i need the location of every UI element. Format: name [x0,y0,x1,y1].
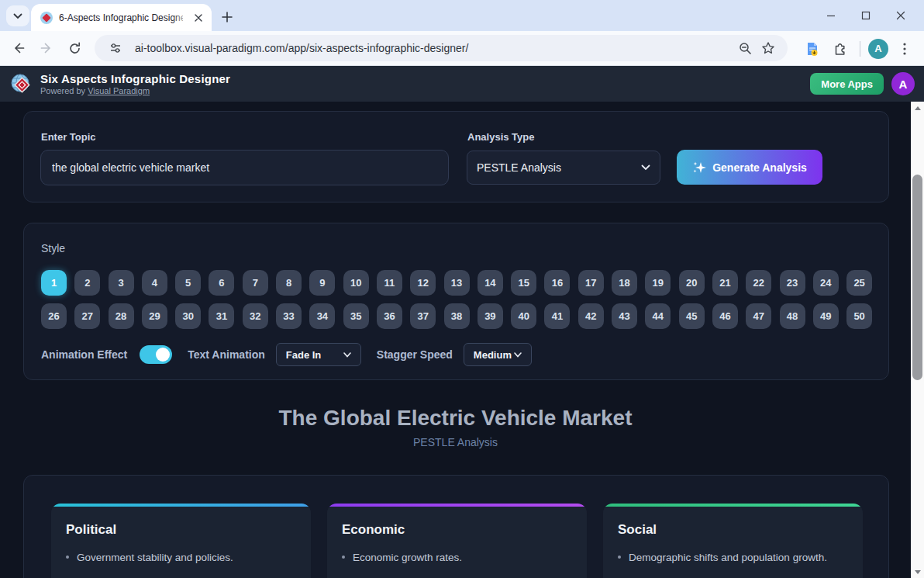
site-info-tune-icon[interactable] [104,36,127,60]
topic-label: Enter Topic [41,131,96,143]
style-button-47[interactable]: 47 [746,303,771,329]
browser-tab[interactable]: 6-Aspects Infographic Designer [31,4,212,31]
style-button-25[interactable]: 25 [846,270,872,296]
generate-analysis-button[interactable]: Generate Analysis [677,150,822,185]
infographic-title: The Global Electric Vehicle Market [0,406,911,431]
style-button-26[interactable]: 26 [41,303,67,329]
style-button-18[interactable]: 18 [612,270,637,296]
style-button-27[interactable]: 27 [74,303,100,329]
card-item-text: Government stability and policies. [77,552,233,563]
style-button-9[interactable]: 9 [309,270,335,296]
card-item: Economic growth rates. [342,552,572,563]
style-button-37[interactable]: 37 [410,303,436,329]
url-bar[interactable]: ai-toolbox.visual-paradigm.com/app/six-a… [95,35,788,61]
browser-profile-avatar[interactable]: A [868,39,888,59]
page-scrollbar[interactable] [911,102,924,578]
style-button-48[interactable]: 48 [780,303,805,329]
powered-by: Powered by Visual Paradigm [40,86,230,95]
visual-paradigm-link[interactable]: Visual Paradigm [88,86,150,95]
card-item: Demographic shifts and population growth… [618,552,848,563]
style-button-8[interactable]: 8 [276,270,302,296]
analysis-type-select[interactable]: PESTLE Analysis [467,151,660,185]
style-button-50[interactable]: 50 [846,303,872,329]
style-button-40[interactable]: 40 [511,303,536,329]
style-button-44[interactable]: 44 [645,303,671,329]
style-button-20[interactable]: 20 [679,270,705,296]
style-button-14[interactable]: 14 [478,270,503,296]
style-button-11[interactable]: 11 [377,270,402,296]
forward-button[interactable] [34,36,59,61]
text-animation-select[interactable]: Fade In [276,343,361,366]
style-button-3[interactable]: 3 [109,270,134,296]
generate-analysis-label: Generate Analysis [712,161,807,174]
style-button-28[interactable]: 28 [109,303,134,329]
style-button-6[interactable]: 6 [209,270,234,296]
style-button-34[interactable]: 34 [309,303,335,329]
chevron-down-icon [343,352,351,358]
style-button-23[interactable]: 23 [780,270,805,296]
stagger-speed-label: Stagger Speed [377,348,453,361]
style-button-22[interactable]: 22 [746,270,771,296]
style-button-5[interactable]: 5 [175,270,201,296]
reload-button[interactable] [62,36,87,61]
style-button-12[interactable]: 12 [410,270,436,296]
style-button-49[interactable]: 49 [813,303,839,329]
more-apps-button[interactable]: More Apps [810,73,884,95]
style-button-38[interactable]: 38 [444,303,470,329]
style-button-43[interactable]: 43 [612,303,637,329]
style-button-2[interactable]: 2 [74,270,100,296]
style-button-7[interactable]: 7 [243,270,268,296]
window-controls [813,0,918,31]
style-button-36[interactable]: 36 [377,303,402,329]
style-button-30[interactable]: 30 [175,303,201,329]
browser-toolbar: ai-toolbox.visual-paradigm.com/app/six-a… [0,31,924,66]
style-button-19[interactable]: 19 [645,270,671,296]
tab-title: 6-Aspects Infographic Designer [59,12,183,23]
scrollbar-thumb[interactable] [912,175,922,380]
style-button-24[interactable]: 24 [813,270,839,296]
style-button-21[interactable]: 21 [712,270,738,296]
zoom-out-icon[interactable] [733,36,757,60]
style-button-41[interactable]: 41 [544,303,570,329]
bookmark-star-icon[interactable] [757,36,780,60]
user-avatar[interactable]: A [891,72,915,95]
topic-form-panel: Enter Topic Analysis Type PESTLE Analysi… [23,111,889,202]
scrollbar-down-arrow[interactable] [911,566,924,578]
app-title-block: Six Aspects Infographic Designer Powered… [40,72,230,95]
tab-search-button[interactable] [6,5,29,26]
aspect-card-social: SocialDemographic shifts and population … [603,504,863,578]
style-button-10[interactable]: 10 [343,270,369,296]
style-button-31[interactable]: 31 [209,303,234,329]
stagger-speed-select[interactable]: Medium [464,343,532,366]
style-button-42[interactable]: 42 [578,303,604,329]
topic-input[interactable] [40,150,449,185]
minimize-button[interactable] [813,0,848,31]
style-button-15[interactable]: 15 [511,270,536,296]
save-page-icon[interactable] [801,37,824,61]
browser-menu-kebab-icon[interactable] [893,37,916,61]
style-button-4[interactable]: 4 [142,270,167,296]
style-button-45[interactable]: 45 [679,303,705,329]
style-button-13[interactable]: 13 [444,270,470,296]
style-button-46[interactable]: 46 [712,303,738,329]
new-tab-button[interactable] [217,7,237,27]
style-button-35[interactable]: 35 [343,303,369,329]
style-button-33[interactable]: 33 [276,303,302,329]
animation-toggle[interactable] [140,345,172,364]
close-window-button[interactable] [883,0,918,31]
style-button-1[interactable]: 1 [41,270,67,296]
back-button[interactable] [6,36,31,61]
maximize-button[interactable] [848,0,883,31]
chevron-down-icon [13,13,22,19]
style-button-32[interactable]: 32 [243,303,268,329]
url-text[interactable]: ai-toolbox.visual-paradigm.com/app/six-a… [135,42,733,54]
card-title: Political [51,507,311,538]
style-button-16[interactable]: 16 [544,270,570,296]
tab-close-icon[interactable] [191,11,205,25]
extensions-puzzle-icon[interactable] [829,37,852,61]
style-button-17[interactable]: 17 [578,270,604,296]
style-button-29[interactable]: 29 [142,303,167,329]
style-label: Style [41,242,65,254]
scrollbar-up-arrow[interactable] [911,102,924,114]
style-button-39[interactable]: 39 [478,303,503,329]
